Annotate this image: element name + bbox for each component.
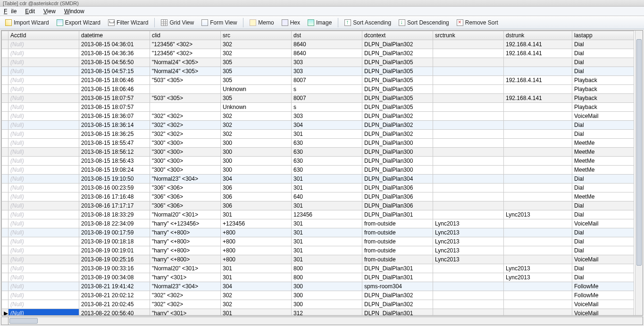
cell-dst[interactable]: s bbox=[292, 85, 362, 94]
cell-acctid[interactable]: (Null) bbox=[8, 192, 79, 201]
cell-dt[interactable]: 2013-08-15 18:55:47 bbox=[79, 139, 150, 148]
row-selector[interactable] bbox=[2, 273, 8, 282]
table-row[interactable]: (Null)2013-08-15 04:57:15"Normal24" <305… bbox=[2, 67, 634, 76]
cell-src[interactable]: Unknown bbox=[221, 103, 292, 112]
row-selector[interactable] bbox=[2, 130, 8, 139]
cell-strk[interactable] bbox=[433, 175, 504, 184]
cell-dt[interactable]: 2013-08-15 18:07:57 bbox=[79, 94, 150, 103]
form-view-button[interactable]: Form View bbox=[198, 18, 240, 27]
data-grid[interactable]: AcctId datetime clid src dst dcontext sr… bbox=[1, 30, 643, 316]
cell-strk[interactable] bbox=[433, 264, 504, 273]
cell-strk[interactable] bbox=[433, 273, 504, 282]
cell-src[interactable]: 305 bbox=[221, 67, 292, 76]
cell-dctx[interactable]: DLPN_DialPlan302 bbox=[362, 291, 433, 300]
table-row[interactable]: (Null)2013-08-15 18:55:47"300" <300>3006… bbox=[2, 139, 634, 148]
cell-dtrk[interactable]: 192.168.4.141 bbox=[504, 40, 572, 49]
cell-acctid[interactable]: (Null) bbox=[8, 175, 79, 184]
row-selector[interactable] bbox=[2, 76, 8, 85]
cell-dtrk[interactable]: 192.168.4.141 bbox=[504, 76, 572, 85]
cell-lapp[interactable]: VoiceMail bbox=[572, 112, 634, 121]
cell-dt[interactable]: 2013-08-19 00:19:01 bbox=[79, 246, 150, 255]
cell-strk[interactable] bbox=[433, 76, 504, 85]
cell-lapp[interactable]: MeetMe bbox=[572, 192, 634, 201]
cell-strk[interactable] bbox=[433, 192, 504, 201]
cell-dtrk[interactable]: 192.168.4.141 bbox=[504, 49, 572, 58]
row-selector[interactable] bbox=[2, 40, 8, 49]
memo-button[interactable]: Memo bbox=[246, 18, 277, 27]
cell-dctx[interactable]: DLPN_DialPlan305 bbox=[362, 58, 433, 67]
cell-strk[interactable] bbox=[433, 103, 504, 112]
cell-acctid[interactable]: (Null) bbox=[8, 49, 79, 58]
cell-dt[interactable]: 2013-08-21 20:02:12 bbox=[79, 291, 150, 300]
cell-lapp[interactable]: MeetMe bbox=[572, 166, 634, 175]
cell-dtrk[interactable] bbox=[504, 175, 572, 184]
cell-dctx[interactable]: spms-room304 bbox=[362, 282, 433, 291]
col-datetime[interactable]: datetime bbox=[79, 31, 150, 40]
table-row[interactable]: (Null)2013-08-19 00:17:59"harry" <+800>+… bbox=[2, 228, 634, 237]
cell-dst[interactable]: 301 bbox=[292, 228, 362, 237]
cell-dctx[interactable]: DLPN_DialPlan305 bbox=[362, 94, 433, 103]
table-row[interactable]: (Null)2013-08-19 00:25:16"harry" <+800>+… bbox=[2, 255, 634, 264]
cell-dt[interactable]: 2013-08-15 18:56:12 bbox=[79, 148, 150, 157]
cell-acctid[interactable]: (Null) bbox=[8, 291, 79, 300]
cell-lapp[interactable]: Playback bbox=[572, 85, 634, 94]
cell-dt[interactable]: 2013-08-15 18:36:25 bbox=[79, 130, 150, 139]
cell-acctid[interactable]: (Null) bbox=[8, 85, 79, 94]
cell-strk[interactable] bbox=[433, 85, 504, 94]
cell-src[interactable]: 302 bbox=[221, 40, 292, 49]
cell-clid[interactable]: "Normal23" <304> bbox=[150, 175, 221, 184]
cell-dst[interactable]: 300 bbox=[292, 300, 362, 309]
cell-clid[interactable]: "300" <300> bbox=[150, 139, 221, 148]
vertical-scrollbar[interactable] bbox=[635, 31, 643, 315]
row-selector[interactable] bbox=[2, 237, 8, 246]
cell-strk[interactable] bbox=[433, 58, 504, 67]
cell-dst[interactable]: 301 bbox=[292, 246, 362, 255]
row-selector[interactable] bbox=[2, 67, 8, 76]
table-row[interactable]: (Null)2013-08-21 20:02:12"302" <302>3023… bbox=[2, 291, 634, 300]
cell-src[interactable]: 300 bbox=[221, 139, 292, 148]
row-selector[interactable] bbox=[2, 139, 8, 148]
cell-src[interactable]: 301 bbox=[221, 309, 292, 316]
cell-strk[interactable]: Lync2013 bbox=[433, 219, 504, 228]
cell-strk[interactable] bbox=[433, 157, 504, 166]
cell-dtrk[interactable] bbox=[504, 121, 572, 130]
cell-acctid[interactable]: (Null) bbox=[8, 201, 79, 210]
table-row[interactable]: ▶(Null)2013-08-22 00:56:40"harry" <301>3… bbox=[2, 309, 634, 316]
cell-clid[interactable]: "Normal24" <305> bbox=[150, 58, 221, 67]
col-srctrunk[interactable]: srctrunk bbox=[433, 31, 504, 40]
cell-lapp[interactable]: Dial bbox=[572, 49, 634, 58]
cell-src[interactable]: 301 bbox=[221, 273, 292, 282]
cell-dst[interactable]: 300 bbox=[292, 282, 362, 291]
cell-acctid[interactable]: (Null) bbox=[8, 94, 79, 103]
cell-dst[interactable]: 800 bbox=[292, 264, 362, 273]
cell-dst[interactable]: 301 bbox=[292, 130, 362, 139]
cell-acctid[interactable]: (Null) bbox=[8, 228, 79, 237]
cell-clid[interactable]: "harry" <+800> bbox=[150, 246, 221, 255]
cell-strk[interactable] bbox=[433, 291, 504, 300]
cell-dtrk[interactable] bbox=[504, 184, 572, 192]
cell-dtrk[interactable] bbox=[504, 148, 572, 157]
cell-dctx[interactable]: from-outside bbox=[362, 219, 433, 228]
table-row[interactable]: (Null)2013-08-15 18:56:43"300" <300>3006… bbox=[2, 157, 634, 166]
table-row[interactable]: (Null)2013-08-16 00:23:59"306" <306>3063… bbox=[2, 184, 634, 192]
cell-acctid[interactable]: (Null) bbox=[8, 264, 79, 273]
cell-dst[interactable]: 630 bbox=[292, 139, 362, 148]
col-lastapp[interactable]: lastapp bbox=[572, 31, 634, 40]
cell-dtrk[interactable] bbox=[504, 309, 572, 316]
cell-src[interactable]: 300 bbox=[221, 148, 292, 157]
table-row[interactable]: (Null)2013-08-21 20:02:45"302" <302>3023… bbox=[2, 300, 634, 309]
menu-edit[interactable]: Edit bbox=[23, 7, 37, 16]
cell-acctid[interactable]: (Null) bbox=[8, 40, 79, 49]
row-selector[interactable] bbox=[2, 246, 8, 255]
row-selector[interactable] bbox=[2, 210, 8, 219]
cell-src[interactable]: 302 bbox=[221, 130, 292, 139]
cell-dtrk[interactable] bbox=[504, 103, 572, 112]
row-selector[interactable] bbox=[2, 264, 8, 273]
cell-dt[interactable]: 2013-08-15 18:36:07 bbox=[79, 112, 150, 121]
cell-src[interactable]: 306 bbox=[221, 201, 292, 210]
table-row[interactable]: (Null)2013-08-18 18:33:29"Normal20" <301… bbox=[2, 210, 634, 219]
cell-dt[interactable]: 2013-08-21 19:41:42 bbox=[79, 282, 150, 291]
row-selector[interactable] bbox=[2, 49, 8, 58]
table-row[interactable]: (Null)2013-08-15 18:56:12"300" <300>3006… bbox=[2, 148, 634, 157]
cell-dst[interactable]: 640 bbox=[292, 192, 362, 201]
